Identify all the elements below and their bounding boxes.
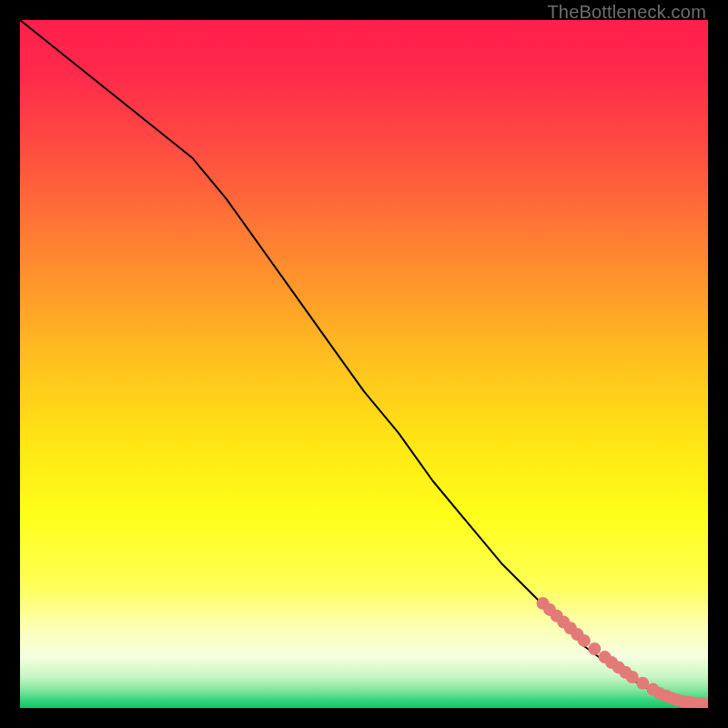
marker-dot: [588, 642, 601, 655]
chart-frame: [20, 20, 708, 708]
marker-dot: [578, 634, 591, 647]
chart-svg: [20, 20, 708, 708]
chart-background: [20, 20, 708, 708]
